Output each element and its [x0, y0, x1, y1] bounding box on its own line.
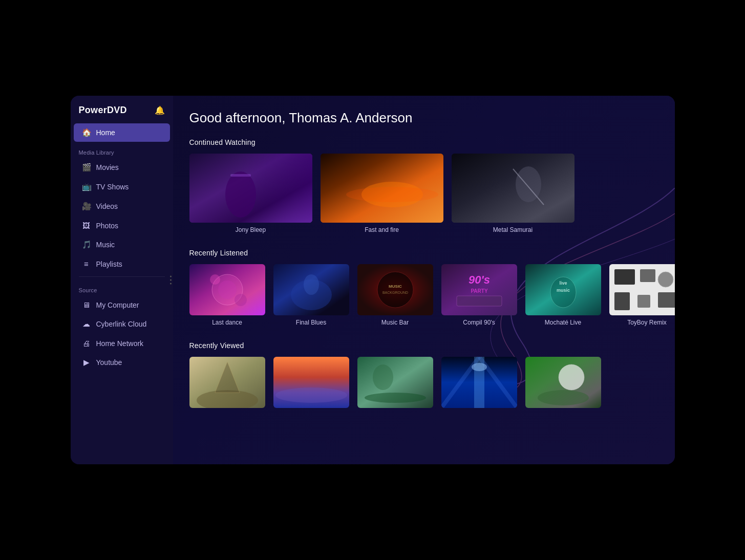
svg-text:MUSIC: MUSIC — [389, 284, 402, 289]
rv1-art — [189, 357, 265, 408]
recently-listened-title: Recently Listened — [189, 249, 658, 257]
compil-art: 90's PARTY — [441, 264, 517, 315]
rl-label-lastdance: Last dance — [189, 319, 265, 326]
rl-card-musicbar[interactable]: MUSIC BACKGROUND Music Bar — [357, 264, 433, 326]
rl-card-finalblues[interactable]: Final Blues — [273, 264, 349, 326]
rl-label-toyboy: ToyBoy Remix — [609, 319, 675, 326]
sidebar-item-youtube[interactable]: ▶ Youtube — [74, 353, 170, 372]
sidebar-divider — [79, 276, 165, 277]
cw-label-samurai: Metal Samurai — [452, 226, 574, 233]
cw-label-fast: Fast and fire — [321, 226, 443, 233]
rl-label-compil: Compil 90's — [441, 319, 517, 326]
svg-point-16 — [304, 274, 319, 295]
drag-dot — [170, 276, 172, 277]
rv-thumb-1 — [189, 357, 265, 408]
sidebar-item-photos[interactable]: 🖼 Photos — [74, 217, 170, 234]
svg-point-51 — [538, 390, 589, 405]
cw-card-fast[interactable]: Fast and fire — [321, 154, 443, 233]
svg-point-32 — [658, 272, 673, 287]
media-library-label: Media Library — [71, 142, 173, 158]
samurai-art — [452, 154, 574, 223]
rl-thumb-finalblues — [273, 264, 349, 315]
sidebar-item-movies[interactable]: 🎬 Movies — [74, 158, 170, 177]
continued-watching-section: Continued Watching — [189, 138, 658, 233]
sidebar-header: PowerDVD 🔔 — [71, 96, 173, 123]
cw-thumb-jony — [189, 154, 312, 223]
cw-label-jony: Jony Bleep — [189, 226, 312, 233]
svg-point-43 — [373, 364, 393, 390]
sidebar-item-mycomputer[interactable]: 🖥 My Computer — [74, 296, 170, 314]
mycomputer-icon: 🖥 — [82, 300, 91, 309]
rv5-art — [525, 357, 601, 408]
home-label: Home — [96, 128, 115, 137]
rv-card-4[interactable] — [441, 357, 517, 408]
musicbar-art: MUSIC BACKGROUND — [357, 264, 433, 315]
sidebar-drag-handle[interactable] — [168, 274, 173, 287]
rl-card-toyboy[interactable]: ToyBoy Remix — [609, 264, 675, 326]
sidebar-item-music[interactable]: 🎵 Music — [74, 235, 170, 254]
music-label: Music — [96, 241, 115, 249]
sidebar: PowerDVD 🔔 🏠 Home Media Library 🎬 Movies… — [71, 96, 173, 464]
rv-thumb-5 — [525, 357, 601, 408]
photos-label: Photos — [96, 222, 119, 230]
svg-text:PARTY: PARTY — [471, 288, 487, 294]
recently-viewed-row — [189, 357, 658, 408]
cyberlink-label: Cyberlink Cloud — [96, 320, 147, 328]
cw-card-samurai[interactable]: Metal Samurai — [452, 154, 574, 233]
svg-text:BACKGROUND: BACKGROUND — [382, 291, 408, 294]
svg-point-42 — [365, 393, 426, 403]
drag-dot — [170, 279, 172, 281]
toyboy-art — [609, 264, 675, 315]
svg-text:live: live — [559, 281, 567, 286]
videos-icon: 🎥 — [82, 202, 91, 211]
tvshows-icon: 📺 — [82, 182, 91, 191]
youtube-label: Youtube — [96, 358, 122, 367]
bell-icon[interactable]: 🔔 — [155, 105, 165, 115]
cw-thumb-fast — [321, 154, 443, 223]
rl-label-musicbar: Music Bar — [357, 319, 433, 326]
rl-label-finalblues: Final Blues — [273, 319, 349, 326]
rl-card-compil[interactable]: 90's PARTY Compil 90's — [441, 264, 517, 326]
lastdance-art — [189, 264, 265, 315]
videos-label: Videos — [96, 202, 118, 210]
recently-viewed-title: Recently Viewed — [189, 341, 658, 350]
source-label: Source — [71, 280, 173, 295]
home-icon: 🏠 — [82, 128, 91, 137]
svg-rect-34 — [637, 295, 650, 308]
recently-listened-section: Recently Listened — [189, 249, 658, 326]
sidebar-item-home[interactable]: 🏠 Home — [74, 123, 170, 142]
svg-point-18 — [377, 272, 413, 308]
rl-card-lastdance[interactable]: Last dance — [189, 264, 265, 326]
youtube-icon: ▶ — [82, 358, 91, 367]
cw-thumb-samurai — [452, 154, 574, 223]
rv-card-1[interactable] — [189, 357, 265, 408]
svg-rect-0 — [189, 154, 312, 223]
photos-icon: 🖼 — [82, 221, 91, 230]
svg-point-48 — [472, 363, 487, 371]
recently-viewed-section: Recently Viewed — [189, 341, 658, 408]
sidebar-item-videos[interactable]: 🎥 Videos — [74, 197, 170, 216]
svg-point-5 — [346, 187, 438, 202]
rl-thumb-musicbar: MUSIC BACKGROUND — [357, 264, 433, 315]
rl-thumb-mochat: live music — [525, 264, 601, 315]
sidebar-item-homenetwork[interactable]: 🖨 Home Network — [74, 334, 170, 352]
svg-rect-35 — [658, 292, 675, 308]
rv-card-2[interactable] — [273, 357, 349, 408]
rv-card-3[interactable] — [357, 357, 433, 408]
drag-dot — [170, 283, 172, 285]
svg-point-12 — [210, 274, 220, 285]
sidebar-item-playlists[interactable]: ≡ Playlists — [74, 255, 170, 273]
sidebar-item-tvshows[interactable]: 📺 TV Shows — [74, 178, 170, 196]
rv-card-5[interactable] — [525, 357, 601, 408]
cw-card-jony[interactable]: Jony Bleep — [189, 154, 312, 233]
rl-thumb-toyboy — [609, 264, 675, 315]
svg-point-50 — [559, 364, 584, 390]
homenetwork-label: Home Network — [96, 339, 144, 348]
main-content: Good afternoon, Thomas A. Anderson Conti… — [173, 96, 675, 464]
sidebar-item-cyberlink[interactable]: ☁ Cyberlink Cloud — [74, 315, 170, 333]
jony-art — [189, 154, 312, 223]
recently-listened-row: Last dance — [189, 264, 658, 326]
rl-card-mochat[interactable]: live music Mochaté Live — [525, 264, 601, 326]
svg-text:90's: 90's — [469, 273, 490, 286]
rv3-art — [357, 357, 433, 408]
